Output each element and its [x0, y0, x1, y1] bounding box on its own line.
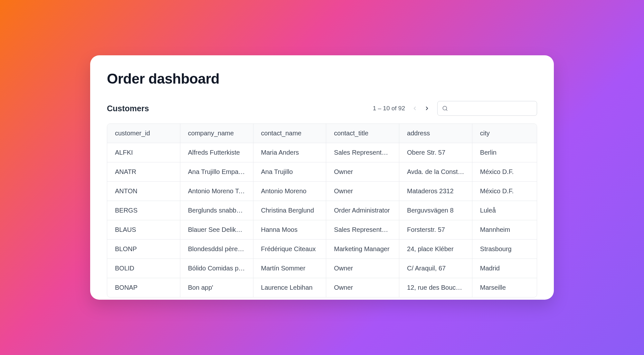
pagination-next-button[interactable] [422, 104, 431, 113]
cell-customer_id: BONAP [107, 278, 180, 297]
cell-address: Berguvsvägen 8 [399, 201, 472, 220]
cell-customer_id: BLAUS [107, 220, 180, 240]
cell-contact_name: Ana Trujillo [253, 162, 327, 182]
cell-city: México D.F. [472, 162, 537, 182]
cell-address: 24, place Kléber [399, 240, 472, 259]
cell-contact_name: Antonio Moreno [253, 182, 327, 201]
cell-company_name: Bon app' [180, 278, 253, 297]
svg-line-1 [446, 109, 447, 110]
cell-address: Obere Str. 57 [399, 143, 472, 162]
table-controls: Customers 1 – 10 of 92 [107, 101, 537, 116]
page-title: Order dashboard [107, 71, 537, 87]
cell-company_name: Blauer See Delikatessen [180, 220, 253, 240]
column-header-contact_name[interactable]: contact_name [253, 124, 327, 143]
column-header-city[interactable]: city [472, 124, 537, 143]
cell-city: Marseille [472, 278, 537, 297]
cell-city: México D.F. [472, 182, 537, 201]
cell-customer_id: ANATR [107, 162, 180, 182]
cell-contact_name: Martín Sommer [253, 259, 327, 278]
table-row[interactable]: BOLIDBólido Comidas preparadasMartín Som… [107, 259, 537, 278]
cell-customer_id: BERGS [107, 201, 180, 220]
cell-address: Forsterstr. 57 [399, 220, 472, 240]
cell-city: Madrid [472, 259, 537, 278]
cell-contact_name: Maria Anders [253, 143, 327, 162]
cell-company_name: Ana Trujillo Emparedados y helados [180, 162, 253, 182]
cell-company_name: Bólido Comidas preparadas [180, 259, 253, 278]
cell-contact_name: Hanna Moos [253, 220, 327, 240]
table-row[interactable]: BONAPBon app'Laurence LebihanOwner12, ru… [107, 278, 537, 297]
cell-address: C/ Araquil, 67 [399, 259, 472, 278]
cell-address: Avda. de la Constitución 2222 [399, 162, 472, 182]
cell-contact_title: Sales Representative [326, 143, 399, 162]
cell-company_name: Blondesddsl père et fils [180, 240, 253, 259]
cell-contact_name: Laurence Lebihan [253, 278, 327, 297]
cell-contact_title: Sales Representative [326, 220, 399, 240]
column-header-contact_title[interactable]: contact_title [326, 124, 399, 143]
search-box[interactable] [437, 101, 537, 116]
customers-table: customer_idcompany_namecontact_nameconta… [107, 123, 537, 297]
cell-customer_id: BOLID [107, 259, 180, 278]
table-row[interactable]: ALFKIAlfreds FutterkisteMaria AndersSale… [107, 143, 537, 162]
cell-contact_title: Owner [326, 182, 399, 201]
cell-city: Strasbourg [472, 240, 537, 259]
cell-customer_id: ANTON [107, 182, 180, 201]
column-header-address[interactable]: address [399, 124, 472, 143]
cell-contact_title: Owner [326, 278, 399, 297]
pagination-text: 1 – 10 of 92 [373, 105, 405, 112]
cell-contact_title: Owner [326, 259, 399, 278]
right-controls: 1 – 10 of 92 [373, 101, 537, 116]
cell-city: Mannheim [472, 220, 537, 240]
column-header-company_name[interactable]: company_name [180, 124, 253, 143]
cell-customer_id: ALFKI [107, 143, 180, 162]
search-icon [442, 105, 448, 111]
table-row[interactable]: BERGSBerglunds snabbköpChristina Berglun… [107, 201, 537, 220]
table-row[interactable]: ANTONAntonio Moreno TaqueríaAntonio More… [107, 182, 537, 201]
column-header-customer_id[interactable]: customer_id [107, 124, 180, 143]
table-row[interactable]: BLONPBlondesddsl père et filsFrédérique … [107, 240, 537, 259]
cell-city: Luleå [472, 201, 537, 220]
cell-contact_title: Order Administrator [326, 201, 399, 220]
table-row[interactable]: ANATRAna Trujillo Emparedados y heladosA… [107, 162, 537, 182]
cell-contact_title: Marketing Manager [326, 240, 399, 259]
cell-address: 12, rue des Bouchers [399, 278, 472, 297]
cell-contact_name: Frédérique Citeaux [253, 240, 327, 259]
table-header: customer_idcompany_namecontact_nameconta… [107, 124, 537, 143]
pagination-prev-button[interactable] [410, 104, 419, 113]
table-row[interactable]: BLAUSBlauer See DelikatessenHanna MoosSa… [107, 220, 537, 240]
dashboard-card: Order dashboard Customers 1 – 10 of 92 c… [90, 55, 554, 300]
cell-contact_title: Owner [326, 162, 399, 182]
search-input[interactable] [451, 105, 532, 112]
pagination: 1 – 10 of 92 [373, 104, 431, 113]
cell-company_name: Berglunds snabbköp [180, 201, 253, 220]
chevron-right-icon [424, 105, 430, 111]
chevron-left-icon [412, 105, 418, 111]
cell-address: Mataderos 2312 [399, 182, 472, 201]
table-body: ALFKIAlfreds FutterkisteMaria AndersSale… [107, 143, 537, 297]
cell-city: Berlin [472, 143, 537, 162]
cell-company_name: Alfreds Futterkiste [180, 143, 253, 162]
cell-customer_id: BLONP [107, 240, 180, 259]
cell-contact_name: Christina Berglund [253, 201, 327, 220]
cell-company_name: Antonio Moreno Taquería [180, 182, 253, 201]
table-subtitle: Customers [107, 104, 149, 113]
